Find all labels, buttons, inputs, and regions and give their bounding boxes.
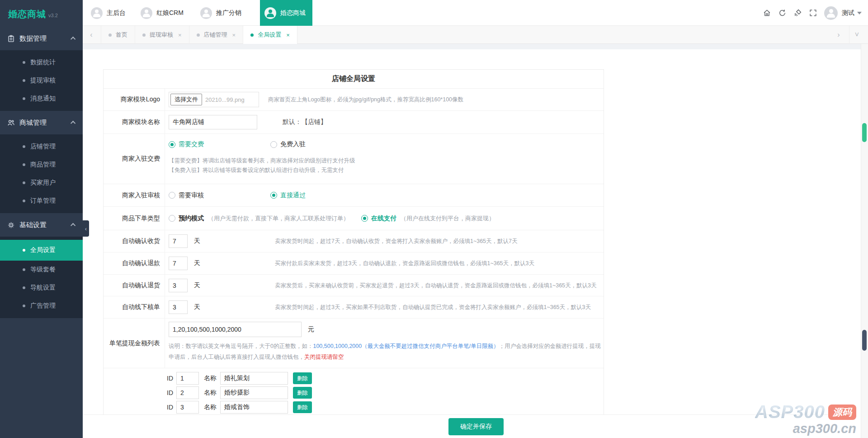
close-icon[interactable]: × bbox=[178, 32, 182, 38]
sidebar-group-mall: 店铺管理 商品管理 买家用户 订单管理 bbox=[0, 134, 83, 213]
category-id-input[interactable] bbox=[176, 372, 199, 385]
app-tab-promotion[interactable]: 推广分销 bbox=[196, 0, 246, 26]
category-id-input[interactable] bbox=[176, 386, 199, 399]
tab-dot-icon bbox=[197, 33, 200, 37]
category-row: ID 名称 删除 bbox=[104, 400, 604, 414]
radio-free-entry[interactable]: 免费入驻 bbox=[270, 140, 306, 148]
radio-fee-required[interactable]: 需要交费 bbox=[169, 140, 270, 148]
radio-checked-icon[interactable] bbox=[270, 192, 277, 199]
sidebar-item-shop-manage[interactable]: 店铺管理 bbox=[0, 138, 83, 156]
delete-button[interactable]: 删除 bbox=[293, 401, 312, 413]
bullet-icon bbox=[23, 97, 25, 100]
page-tab-shop-manage[interactable]: 店铺管理 × bbox=[189, 26, 244, 44]
id-label: ID bbox=[167, 375, 173, 382]
radio-checked-icon[interactable] bbox=[169, 141, 175, 148]
tabs-menu-icon[interactable]: ˅ bbox=[849, 26, 864, 44]
clear-cache-icon[interactable] bbox=[790, 0, 805, 26]
unit-label: 天 bbox=[194, 281, 200, 290]
category-name-input[interactable] bbox=[220, 401, 288, 414]
bullet-icon bbox=[23, 181, 25, 184]
user-avatar[interactable] bbox=[824, 6, 838, 20]
sidebar-item-level-packages[interactable]: 等级套餐 bbox=[0, 261, 83, 279]
app-logo-title: 婚恋商城 bbox=[8, 8, 46, 20]
scrollbar-thumb[interactable] bbox=[862, 330, 867, 351]
form-row-withdraw-amounts: 单笔提现金额列表 元 说明：数字请以英文半角逗号隔开，大于0的正整数，如：100… bbox=[104, 319, 604, 368]
bullet-icon bbox=[23, 61, 25, 64]
close-icon[interactable]: × bbox=[286, 32, 290, 38]
sidebar-item-data-stats[interactable]: 数据统计 bbox=[0, 53, 83, 71]
page-tab-global-settings[interactable]: 全局设置 × bbox=[243, 26, 297, 44]
radio-unchecked-icon[interactable] bbox=[169, 192, 175, 199]
clipboard-icon bbox=[7, 35, 15, 43]
bullet-icon bbox=[23, 286, 25, 289]
sidebar-item-order-manage[interactable]: 订单管理 bbox=[0, 192, 83, 210]
name-label: 名称 bbox=[204, 389, 217, 397]
radio-audit-pass[interactable]: 直接通过 bbox=[270, 191, 306, 200]
scrollbar-track[interactable] bbox=[861, 44, 868, 438]
sidebar-item-goods-manage[interactable]: 商品管理 bbox=[0, 156, 83, 174]
save-button[interactable]: 确定并保存 bbox=[448, 418, 504, 435]
auto-offline-days-input[interactable] bbox=[169, 300, 188, 314]
page-title: 店铺全局设置 bbox=[104, 70, 604, 89]
category-id-input[interactable] bbox=[176, 401, 199, 414]
app-tab-matchmaker-crm[interactable]: 红娘CRM bbox=[136, 0, 188, 26]
category-name-input[interactable] bbox=[220, 386, 288, 399]
auto-receive-days-input[interactable] bbox=[169, 234, 188, 248]
delete-button[interactable]: 删除 bbox=[293, 387, 312, 399]
sidebar-item-message-notify[interactable]: 消息通知 bbox=[0, 90, 83, 108]
user-name[interactable]: 测试 bbox=[842, 9, 854, 17]
choose-file-button[interactable]: 选择文件 bbox=[170, 94, 202, 105]
fullscreen-icon[interactable] bbox=[805, 0, 821, 26]
sidebar-item-label: 店铺管理 bbox=[30, 143, 56, 151]
radio-checked-icon[interactable] bbox=[361, 215, 368, 222]
field-label: 商家模块名称 bbox=[104, 111, 165, 133]
refresh-icon[interactable] bbox=[774, 0, 790, 26]
field-label: 自动确认退货 bbox=[104, 275, 165, 296]
radio-online-pay[interactable]: 在线支付 （用户在线支付到平台，商家提现） bbox=[361, 214, 495, 223]
logo-file-input[interactable]: 选择文件 20210...99.png bbox=[169, 92, 259, 107]
close-icon[interactable]: × bbox=[232, 32, 236, 38]
category-row: ID 名称 删除 bbox=[104, 371, 604, 386]
page-tab-withdraw-audit[interactable]: 提现审核 × bbox=[135, 26, 189, 44]
sidebar-item-buyer-users[interactable]: 买家用户 bbox=[0, 174, 83, 192]
field-hint: 【需要交费】将调出店铺等级套餐列表，商家选择对应的级别进行支付升级 bbox=[169, 156, 604, 166]
sidebar-section-mall[interactable]: 商城管理 bbox=[0, 111, 83, 134]
sidebar-section-data[interactable]: 数据管理 bbox=[0, 27, 83, 50]
radio-unchecked-icon[interactable] bbox=[270, 141, 277, 148]
withdraw-amounts-input[interactable] bbox=[169, 322, 302, 337]
form-row-entry-fee: 商家入驻交费 需要交费 免费入驻 【需要交费】将调出店铺等级套餐列表，商 bbox=[104, 134, 604, 184]
field-hint: 买家付款后卖家未发货，超过3天，自动确认退款，资金原路返回或微信钱包，必须填1~… bbox=[275, 260, 534, 267]
app-tab-main-admin[interactable]: 主后台 bbox=[86, 0, 130, 26]
tabs-scroll-left-icon[interactable]: ‹ bbox=[84, 26, 99, 44]
sidebar-section-settings[interactable]: 基础设置 bbox=[0, 213, 83, 237]
user-menu-caret-icon[interactable] bbox=[857, 12, 862, 14]
crm-icon bbox=[141, 7, 152, 19]
sidebar: 婚恋商城 v3.2 数据管理 数据统计 提现审核 消息通知 商城管理 店铺管理 … bbox=[0, 0, 83, 438]
app-tab-marriage-mall[interactable]: 婚恋商城 bbox=[260, 0, 312, 26]
app-logo: 婚恋商城 v3.2 bbox=[0, 0, 83, 27]
sidebar-item-withdraw-audit[interactable]: 提现审核 bbox=[0, 71, 83, 90]
radio-booking-mode[interactable]: 预约模式 （用户无需付款，直接下单，商家人工联系处理订单） bbox=[169, 214, 349, 223]
page-tab-home[interactable]: 首页 bbox=[101, 26, 135, 44]
sidebar-section-label: 数据管理 bbox=[19, 34, 47, 43]
sidebar-item-global-settings[interactable]: 全局设置 bbox=[0, 240, 83, 261]
auto-refund-days-input[interactable] bbox=[169, 257, 188, 270]
sidebar-item-label: 等级套餐 bbox=[30, 266, 56, 274]
footer-bar: 确定并保存 bbox=[83, 414, 854, 438]
tabs-scroll-right-icon[interactable]: › bbox=[831, 26, 846, 44]
hint-link[interactable]: 100,500,1000,2000（最大金额不要超过微信支付商户平台单笔/单日限… bbox=[313, 343, 499, 349]
bullet-icon bbox=[23, 249, 25, 252]
hint-text: 说明：数字请以英文半角逗号隔开，大于0的正整数，如： bbox=[169, 343, 313, 349]
delete-button[interactable]: 删除 bbox=[293, 372, 312, 384]
auto-return-days-input[interactable] bbox=[169, 279, 188, 292]
merchant-name-input[interactable] bbox=[169, 115, 257, 129]
home-icon[interactable] bbox=[759, 0, 774, 26]
category-name-input[interactable] bbox=[220, 372, 288, 385]
radio-unchecked-icon[interactable] bbox=[169, 215, 175, 222]
field-hint: 【免费入驻】将以店铺等级套餐设定的默认组进行自动升级，无需支付 bbox=[169, 166, 604, 175]
sidebar-item-ad-manage[interactable]: 广告管理 bbox=[0, 297, 83, 315]
sidebar-item-nav-settings[interactable]: 导航设置 bbox=[0, 279, 83, 297]
sidebar-collapse-handle[interactable]: ‹ bbox=[83, 220, 89, 237]
radio-audit-required[interactable]: 需要审核 bbox=[169, 191, 270, 200]
field-label: 自动确认收货 bbox=[104, 230, 165, 252]
